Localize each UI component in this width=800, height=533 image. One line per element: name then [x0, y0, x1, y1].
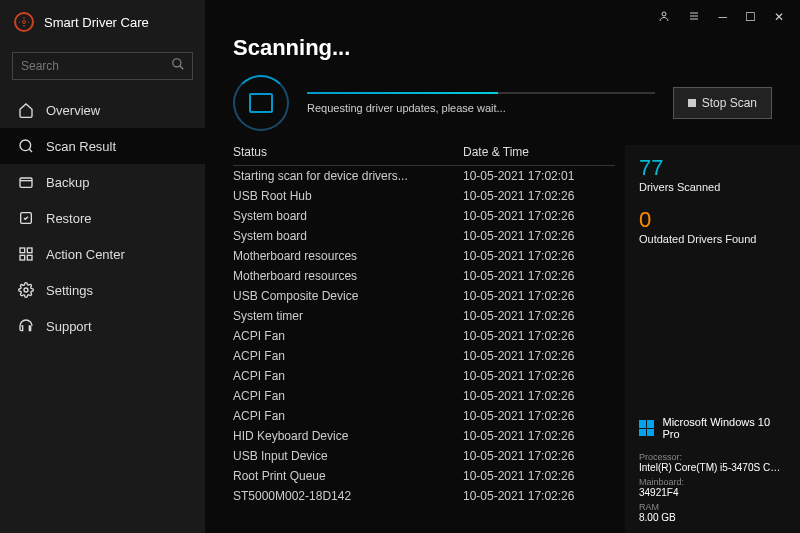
log-time: 10-05-2021 17:02:26 — [463, 409, 615, 423]
log-time: 10-05-2021 17:02:26 — [463, 489, 615, 503]
log-status: Motherboard resources — [233, 269, 463, 283]
log-status: System board — [233, 229, 463, 243]
log-row: ACPI Fan10-05-2021 17:02:26 — [233, 346, 615, 366]
log-row: ST5000M002-18D14210-05-2021 17:02:26 — [233, 486, 615, 506]
log-header: Status Date & Time — [233, 145, 615, 166]
log-row: Motherboard resources10-05-2021 17:02:26 — [233, 246, 615, 266]
log-time: 10-05-2021 17:02:26 — [463, 229, 615, 243]
sidebar-item-label: Overview — [46, 103, 100, 118]
windows-logo-icon — [639, 420, 654, 436]
search-icon[interactable] — [171, 57, 185, 75]
sidebar-item-label: Backup — [46, 175, 89, 190]
app-title: Smart Driver Care — [44, 15, 149, 30]
log-status: USB Input Device — [233, 449, 463, 463]
log-row: ACPI Fan10-05-2021 17:02:26 — [233, 406, 615, 426]
minimize-button[interactable]: ─ — [718, 10, 727, 25]
sidebar-item-action-center[interactable]: Action Center — [0, 236, 205, 272]
search-icon — [18, 138, 34, 154]
progress-bar — [307, 92, 655, 94]
sidebar-item-label: Support — [46, 319, 92, 334]
search-input[interactable] — [12, 52, 193, 80]
grid-icon — [18, 246, 34, 262]
svg-point-9 — [24, 288, 28, 292]
progress-container: Requesting driver updates, please wait..… — [307, 92, 655, 114]
log-status: ACPI Fan — [233, 369, 463, 383]
log-row: ACPI Fan10-05-2021 17:02:26 — [233, 386, 615, 406]
outdated-label: Outdated Drivers Found — [639, 233, 786, 245]
close-button[interactable]: ✕ — [774, 10, 784, 25]
processor-label: Processor: — [639, 452, 786, 462]
log-status: ACPI Fan — [233, 389, 463, 403]
maximize-button[interactable]: ☐ — [745, 10, 756, 25]
mainboard-label: Mainboard: — [639, 477, 786, 487]
svg-point-0 — [23, 21, 26, 24]
svg-point-1 — [173, 59, 181, 67]
log-status: Starting scan for device drivers... — [233, 169, 463, 183]
stop-scan-label: Stop Scan — [702, 96, 757, 110]
stop-icon — [688, 99, 696, 107]
log-time: 10-05-2021 17:02:26 — [463, 469, 615, 483]
backup-icon — [18, 174, 34, 190]
ram-label: RAM — [639, 502, 786, 512]
os-name: Microsoft Windows 10 Pro — [662, 416, 786, 440]
stop-scan-button[interactable]: Stop Scan — [673, 87, 772, 119]
app-logo-icon — [14, 12, 34, 32]
log-row: ACPI Fan10-05-2021 17:02:26 — [233, 326, 615, 346]
log-status: Root Print Queue — [233, 469, 463, 483]
scan-spinner-icon — [233, 75, 289, 131]
log-row: USB Root Hub10-05-2021 17:02:26 — [233, 186, 615, 206]
svg-rect-5 — [20, 248, 25, 253]
log-status: HID Keyboard Device — [233, 429, 463, 443]
log-row: System board10-05-2021 17:02:26 — [233, 226, 615, 246]
log-row: System board10-05-2021 17:02:26 — [233, 206, 615, 226]
page-title: Scanning... — [233, 35, 772, 61]
log-status: USB Composite Device — [233, 289, 463, 303]
log-row: HID Keyboard Device10-05-2021 17:02:26 — [233, 426, 615, 446]
log-time: 10-05-2021 17:02:26 — [463, 349, 615, 363]
drivers-scanned-label: Drivers Scanned — [639, 181, 786, 193]
svg-point-2 — [20, 140, 31, 151]
log-status: ST5000M002-18D142 — [233, 489, 463, 503]
progress-text: Requesting driver updates, please wait..… — [307, 102, 655, 114]
log-row: Motherboard resources10-05-2021 17:02:26 — [233, 266, 615, 286]
svg-rect-7 — [20, 255, 25, 260]
sidebar-item-scan-result[interactable]: Scan Result — [0, 128, 205, 164]
log-time: 10-05-2021 17:02:26 — [463, 209, 615, 223]
os-row: Microsoft Windows 10 Pro — [639, 416, 786, 440]
log-status: System board — [233, 209, 463, 223]
search-container — [12, 52, 193, 80]
sidebar-item-overview[interactable]: Overview — [0, 92, 205, 128]
titlebar: Smart Driver Care — [0, 0, 205, 44]
user-icon[interactable] — [658, 10, 670, 25]
sidebar-item-label: Action Center — [46, 247, 125, 262]
sidebar-item-support[interactable]: Support — [0, 308, 205, 344]
column-header-status: Status — [233, 145, 463, 159]
sidebar-item-settings[interactable]: Settings — [0, 272, 205, 308]
sidebar-item-label: Restore — [46, 211, 92, 226]
log-time: 10-05-2021 17:02:26 — [463, 289, 615, 303]
processor-value: Intel(R) Core(TM) i5-3470S CPU @ 2.9... — [639, 462, 786, 473]
ram-value: 8.00 GB — [639, 512, 786, 523]
svg-rect-8 — [27, 255, 32, 260]
log-row: Starting scan for device drivers...10-05… — [233, 166, 615, 186]
log-time: 10-05-2021 17:02:26 — [463, 429, 615, 443]
outdated-count: 0 — [639, 207, 786, 233]
log-time: 10-05-2021 17:02:26 — [463, 389, 615, 403]
log-row: ACPI Fan10-05-2021 17:02:26 — [233, 366, 615, 386]
log-status: System timer — [233, 309, 463, 323]
column-header-datetime: Date & Time — [463, 145, 615, 159]
sidebar-item-label: Scan Result — [46, 139, 116, 154]
sidebar-item-restore[interactable]: Restore — [0, 200, 205, 236]
log-time: 10-05-2021 17:02:26 — [463, 269, 615, 283]
log-status: ACPI Fan — [233, 349, 463, 363]
log-time: 10-05-2021 17:02:26 — [463, 189, 615, 203]
sidebar-item-label: Settings — [46, 283, 93, 298]
menu-icon[interactable] — [688, 10, 700, 25]
log-time: 10-05-2021 17:02:26 — [463, 249, 615, 263]
restore-icon — [18, 210, 34, 226]
log-time: 10-05-2021 17:02:26 — [463, 369, 615, 383]
log-row: USB Composite Device10-05-2021 17:02:26 — [233, 286, 615, 306]
sidebar-item-backup[interactable]: Backup — [0, 164, 205, 200]
log-row: USB Input Device10-05-2021 17:02:26 — [233, 446, 615, 466]
log-status: ACPI Fan — [233, 409, 463, 423]
